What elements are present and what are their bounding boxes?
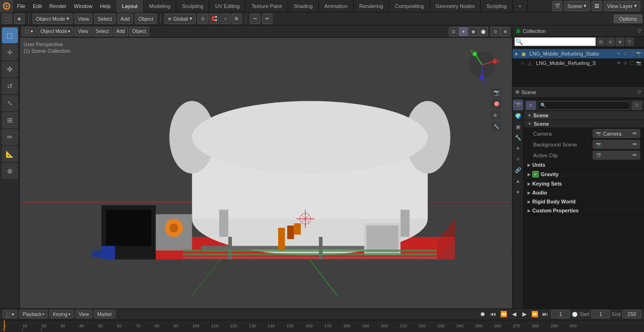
prop-icon-modifier[interactable]: 🔧	[513, 132, 523, 143]
object-menu[interactable]: Object	[135, 14, 157, 24]
menu-help[interactable]: Help	[96, 0, 115, 12]
menu-edit[interactable]: Edit	[29, 0, 46, 12]
rendered-shading-btn[interactable]: ⬤	[479, 27, 488, 36]
timeline-record-btn[interactable]: ⏺	[479, 311, 487, 317]
prop-icon-scene[interactable]: 🎬	[513, 100, 523, 110]
props-active-clip-edit-icon[interactable]: ✏	[633, 152, 637, 158]
timeline-skip-start-btn[interactable]: ⏮	[489, 311, 497, 317]
outliner-select-icon[interactable]: ⊙	[622, 51, 628, 56]
outliner-1-render-icon[interactable]: 📷	[636, 61, 641, 65]
props-camera-edit-icon[interactable]: ✏	[633, 130, 637, 137]
props-toolbar-icon[interactable]: ≡	[526, 101, 536, 110]
proportional-settings-btn[interactable]: ⚙	[231, 14, 242, 24]
outliner-item-1[interactable]: ▷ △ LNG_Mobile_Refueling_S 👁 ⊙ ⛶ 📷	[512, 58, 644, 68]
prop-icon-world[interactable]: 🌍	[513, 111, 523, 121]
workspace-uv[interactable]: UV Editing	[209, 0, 246, 12]
add-menu[interactable]: Add	[117, 14, 133, 24]
props-audio-section[interactable]: ▶ Audio	[524, 188, 644, 197]
props-keying-section[interactable]: ▶ Keying Sets	[524, 179, 644, 188]
measure-tool[interactable]: 📐	[2, 146, 18, 162]
prop-icon-particles[interactable]: ✦	[513, 143, 523, 154]
timeline-play-rev-btn[interactable]: ◀	[510, 311, 518, 317]
annotate-settings-btn[interactable]: ✏	[262, 14, 272, 24]
outliner-view-icon[interactable]: 👁	[616, 51, 621, 56]
timeline-start-frame[interactable]	[591, 310, 610, 318]
props-gravity-section[interactable]: ▶ Gravity	[524, 170, 644, 179]
outliner-1-view-icon[interactable]: 👁	[616, 61, 621, 65]
editor-type-btn[interactable]: ⬚	[2, 14, 12, 24]
scene-selector[interactable]: Scene ▾	[564, 1, 590, 11]
proportional-btn[interactable]: ○	[220, 14, 231, 24]
timeline-ruler[interactable]: 1 10 20 30 40 50 60 70 80 90 100 110 120…	[0, 320, 644, 332]
view-layer-selector[interactable]: View Layer ▾	[604, 1, 640, 11]
outliner-1-select-icon[interactable]: ⊙	[622, 61, 628, 65]
vp-add-menu[interactable]: Add	[113, 27, 128, 36]
vp-object-menu[interactable]: Object	[129, 27, 149, 36]
properties-search-input[interactable]	[538, 101, 630, 110]
select-box-tool[interactable]: ⬚	[2, 27, 18, 43]
timeline-editor-btn[interactable]: ⬚ ▾	[3, 310, 17, 318]
props-toolbar-filter[interactable]: ▽	[632, 101, 642, 110]
move-tool[interactable]: ✜	[2, 61, 18, 77]
vp-view-menu[interactable]: View	[74, 27, 91, 36]
menu-render[interactable]: Render	[46, 0, 70, 12]
options-button[interactable]: Options	[614, 15, 642, 23]
timeline-prev-frame-btn[interactable]: ⏪	[499, 311, 508, 317]
outliner-sort-btn[interactable]: ▽	[625, 38, 634, 46]
solid-shading-btn[interactable]: ●	[459, 27, 468, 36]
outliner-search-input[interactable]	[514, 37, 596, 46]
props-gravity-checkbox[interactable]	[532, 171, 539, 178]
timeline-end-frame[interactable]	[622, 310, 641, 318]
prop-icon-object[interactable]: ▣	[513, 121, 523, 132]
props-section-scene-header[interactable]: ▼ Scene	[524, 111, 644, 120]
transform-tool[interactable]: ⊞	[2, 112, 18, 128]
workspace-texture[interactable]: Texture Paint	[246, 0, 288, 12]
workspace-animation[interactable]: Animation	[319, 0, 354, 12]
overlay-btn[interactable]: ⊙	[491, 27, 500, 36]
props-units-section[interactable]: ▶ Units	[524, 161, 644, 170]
outliner-render-icon[interactable]: 📷	[636, 51, 641, 56]
editor-options-btn[interactable]: ◈	[14, 14, 25, 24]
timeline-playback-btn[interactable]: Playback ▾	[19, 310, 48, 318]
timeline-view-btn[interactable]: View	[75, 310, 92, 318]
workspace-rendering[interactable]: Rendering	[354, 0, 389, 12]
menu-file[interactable]: File	[13, 0, 29, 12]
prop-icon-constraints[interactable]: 🔗	[513, 165, 523, 175]
workspace-modeling[interactable]: Modeling	[144, 0, 177, 12]
wireframe-shading-btn[interactable]: ⊡	[449, 27, 458, 36]
viewport-body[interactable]: X Y Z 📷 🎯	[20, 38, 512, 308]
prop-icon-physics[interactable]: ⚛	[513, 154, 523, 164]
add-workspace-btn[interactable]: +	[513, 0, 528, 12]
prop-icon-data[interactable]: ▲	[513, 176, 523, 186]
material-shading-btn[interactable]: ◉	[469, 27, 478, 36]
view-menu[interactable]: View	[74, 14, 92, 24]
workspace-shading[interactable]: Shading	[288, 0, 319, 12]
transform-selector[interactable]: ⊕ Global ▾	[165, 14, 196, 24]
workspace-sculpting[interactable]: Sculpting	[176, 0, 209, 12]
outliner-1-hide-icon[interactable]: ⛶	[629, 61, 635, 65]
vp-editor-type[interactable]: ⬚ ▾	[22, 27, 36, 36]
props-rigid-body-section[interactable]: ▶ Rigid Body World	[524, 197, 644, 206]
timeline-skip-end-btn[interactable]: ⏭	[541, 311, 549, 317]
gizmo-btn[interactable]: ⊗	[501, 27, 510, 36]
props-camera-value[interactable]: 📷 Camera ✏	[593, 129, 640, 138]
props-active-clip-value[interactable]: 🎬 ✏	[593, 151, 640, 160]
timeline-next-frame-btn[interactable]: ⏩	[530, 311, 539, 317]
scale-tool[interactable]: ⤡	[2, 95, 18, 111]
workspace-layout[interactable]: Layout	[116, 0, 144, 12]
curve-display-btn[interactable]: 〜	[250, 14, 260, 24]
timeline-current-frame[interactable]	[551, 310, 570, 318]
pivot-btn[interactable]: ⊙	[198, 14, 208, 24]
workspace-scripting[interactable]: Scripting	[481, 0, 513, 12]
timeline-marker-btn[interactable]: Marker	[94, 310, 115, 318]
prop-icon-material[interactable]: ●	[513, 186, 523, 197]
rotate-tool[interactable]: ↺	[2, 78, 18, 94]
mode-selector[interactable]: Object Mode ▾	[33, 14, 73, 24]
outliner-sync-btn[interactable]: ⊙	[606, 38, 615, 46]
add-object-tool[interactable]: ⊕	[2, 163, 18, 179]
menu-window[interactable]: Window	[70, 0, 96, 12]
workspace-geonodes[interactable]: Geometry Nodes	[430, 0, 481, 12]
vp-select-menu[interactable]: Select	[92, 27, 112, 36]
outliner-highlight-btn[interactable]: ★	[616, 38, 624, 46]
props-custom-section[interactable]: ▶ Custom Properties	[524, 206, 644, 215]
